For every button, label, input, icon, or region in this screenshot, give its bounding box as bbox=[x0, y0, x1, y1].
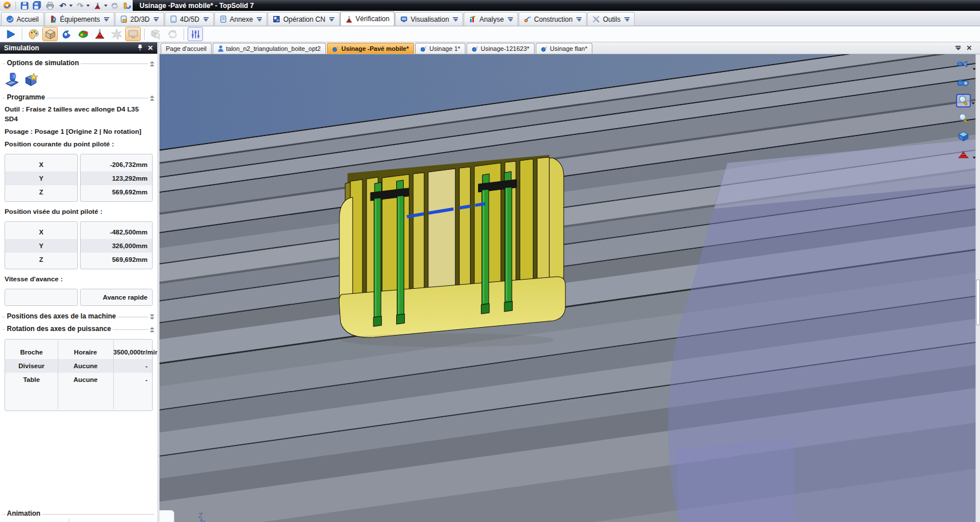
doctab-usinage-pave-mobile[interactable]: Usinage -Pavé mobile* bbox=[327, 43, 414, 54]
zoom-window-icon[interactable] bbox=[956, 94, 971, 107]
ribbon-tab-accueil[interactable]: Accueil bbox=[1, 12, 44, 26]
chevron-down-icon[interactable] bbox=[204, 17, 209, 22]
section-positions-axes-machine[interactable]: Positions des axes de la machine bbox=[2, 313, 154, 321]
annexe-icon bbox=[220, 15, 227, 23]
analyse-icon bbox=[469, 15, 476, 23]
ribbon-tab-construction[interactable]: Construction bbox=[519, 12, 587, 26]
chevron-down-icon[interactable] bbox=[971, 102, 975, 105]
machined-part[interactable] bbox=[339, 155, 565, 347]
zoom-icon[interactable] bbox=[956, 111, 971, 125]
window-title: Usinage -Pavé mobile* - TopSolid 7 bbox=[133, 0, 980, 11]
section-options-de-simulation[interactable]: Options de simulation bbox=[2, 59, 154, 67]
construction-icon bbox=[524, 15, 531, 23]
refresh-icon[interactable] bbox=[110, 1, 120, 10]
collapse-icon[interactable] bbox=[150, 327, 154, 332]
section-rotation-axes-puissance[interactable]: Rotation des axes de puissance bbox=[2, 325, 154, 333]
doctab-usinage-121623[interactable]: Usinage-121623* bbox=[467, 43, 535, 54]
view-projection-icon[interactable] bbox=[956, 58, 971, 72]
chevron-down-icon[interactable] bbox=[453, 17, 458, 22]
chevron-down-icon[interactable] bbox=[154, 17, 159, 22]
close-document-icon[interactable]: ✕ bbox=[966, 45, 972, 51]
marker-dropdown-icon[interactable] bbox=[104, 5, 107, 7]
stock-cube-button[interactable] bbox=[42, 27, 58, 41]
axis-value: -482,500mm bbox=[81, 225, 152, 239]
tool-red-button[interactable] bbox=[92, 27, 107, 41]
undo-dropdown-icon[interactable] bbox=[69, 5, 73, 7]
chevron-down-icon[interactable] bbox=[508, 17, 513, 22]
person-icon bbox=[218, 45, 224, 52]
equipements-icon bbox=[50, 15, 57, 23]
marker-tool-icon[interactable] bbox=[92, 1, 102, 10]
axis-value: 569,692mm bbox=[81, 185, 152, 199]
operation-cn-icon bbox=[273, 15, 280, 23]
play-simulation-button[interactable] bbox=[3, 27, 18, 41]
axis-z-label: Z bbox=[198, 511, 203, 520]
3d-viewport[interactable]: Z bbox=[160, 54, 980, 522]
usinage-icon bbox=[541, 45, 548, 52]
machined-part-button[interactable] bbox=[75, 27, 91, 41]
axis-triad-icon bbox=[201, 519, 205, 521]
position-courante-label: Position courante du point piloté : bbox=[5, 140, 153, 149]
export-tool-icon[interactable] bbox=[122, 1, 133, 10]
simulation-options-sliders-button[interactable] bbox=[188, 27, 203, 41]
part-simulation-icon[interactable] bbox=[24, 72, 39, 87]
ribbon-tab-4d5d[interactable]: 4D/5D bbox=[165, 12, 214, 26]
tool-holder-button[interactable] bbox=[59, 27, 74, 41]
viewport-corner-panel bbox=[160, 510, 174, 522]
expand-icon[interactable] bbox=[150, 314, 154, 320]
save-icon[interactable] bbox=[19, 1, 30, 10]
topsolid-logo-icon bbox=[2, 1, 12, 10]
ribbon-tab-equipements[interactable]: Équipements bbox=[45, 12, 114, 26]
posage-label: Posage : Posage 1 [Origine 2 | No rotati… bbox=[5, 127, 153, 137]
doctab-talon-n2[interactable]: talon_n2_triangulation_boite_opt2 bbox=[213, 43, 326, 54]
chevron-down-icon[interactable] bbox=[624, 17, 630, 22]
redo-icon[interactable]: ↷ bbox=[75, 1, 85, 10]
document-2d3d-icon bbox=[120, 15, 128, 23]
doctab-usinage-flan[interactable]: Usinage flan* bbox=[536, 43, 592, 54]
save-all-icon[interactable] bbox=[32, 1, 42, 10]
zoom-stock-button[interactable] bbox=[148, 27, 164, 41]
ribbon-tab-verification[interactable]: Vérification bbox=[340, 11, 395, 26]
ribbon-tab-annexe[interactable]: Annexe bbox=[214, 12, 268, 26]
chevron-down-icon[interactable] bbox=[576, 17, 581, 22]
screen-output-button[interactable] bbox=[125, 27, 141, 41]
machine-simulation-icon[interactable] bbox=[5, 72, 19, 87]
viewport-3d-scene[interactable] bbox=[160, 54, 980, 522]
section-animation[interactable]: Animation bbox=[2, 510, 154, 518]
chevron-down-icon[interactable] bbox=[257, 17, 262, 22]
undo-icon[interactable]: ↶ bbox=[58, 1, 68, 10]
chevron-down-icon[interactable] bbox=[104, 17, 109, 22]
collapse-icon[interactable] bbox=[150, 95, 154, 101]
section-programme[interactable]: Programme bbox=[2, 94, 154, 102]
position-visee-label: Position visée du point piloté : bbox=[5, 207, 153, 217]
tool-display-icon[interactable] bbox=[956, 147, 971, 161]
tab-list-icon[interactable] bbox=[955, 46, 961, 50]
simulation-panel-body: Options de simulation Programme Outil : … bbox=[0, 54, 157, 522]
simulation-options-icons bbox=[5, 72, 152, 87]
ribbon-tab-outils[interactable]: Outils bbox=[587, 12, 635, 26]
collapse-icon[interactable] bbox=[150, 61, 154, 66]
doctab-page-accueil[interactable]: Page d'accueil bbox=[161, 43, 212, 54]
ribbon-tab-analyse[interactable]: Analyse bbox=[464, 12, 518, 26]
print-icon[interactable] bbox=[45, 1, 55, 10]
simulation-toolbar bbox=[0, 26, 980, 42]
scrollbar-thumb[interactable] bbox=[976, 280, 980, 325]
part-right-cap bbox=[549, 158, 564, 294]
close-panel-icon[interactable]: ✕ bbox=[148, 45, 153, 51]
axis-value: 326,000mm bbox=[81, 239, 152, 253]
ribbon-tab-2d3d[interactable]: 2D/3D bbox=[115, 12, 164, 26]
redo-dropdown-icon[interactable] bbox=[86, 5, 90, 7]
viewport-scrollbar[interactable] bbox=[975, 54, 980, 522]
ribbon-tab-visualisation[interactable]: Visualisation bbox=[395, 12, 463, 26]
doctab-usinage-1[interactable]: Usinage 1* bbox=[415, 43, 465, 54]
view-camera-icon[interactable] bbox=[956, 76, 971, 90]
chevron-down-icon[interactable] bbox=[329, 17, 334, 22]
ribbon-tab-operation-cn[interactable]: Opération CN bbox=[268, 12, 339, 26]
isometric-view-icon[interactable] bbox=[956, 129, 971, 143]
palette-button[interactable] bbox=[26, 27, 41, 41]
collision-button[interactable] bbox=[109, 27, 124, 41]
refresh-stock-button[interactable] bbox=[165, 27, 180, 41]
axis-triad: Z bbox=[198, 511, 203, 520]
pin-icon[interactable] bbox=[137, 44, 143, 53]
ribbon-tab-bar: Accueil Équipements 2D/3D 4D/5D Annexe O… bbox=[0, 11, 980, 26]
